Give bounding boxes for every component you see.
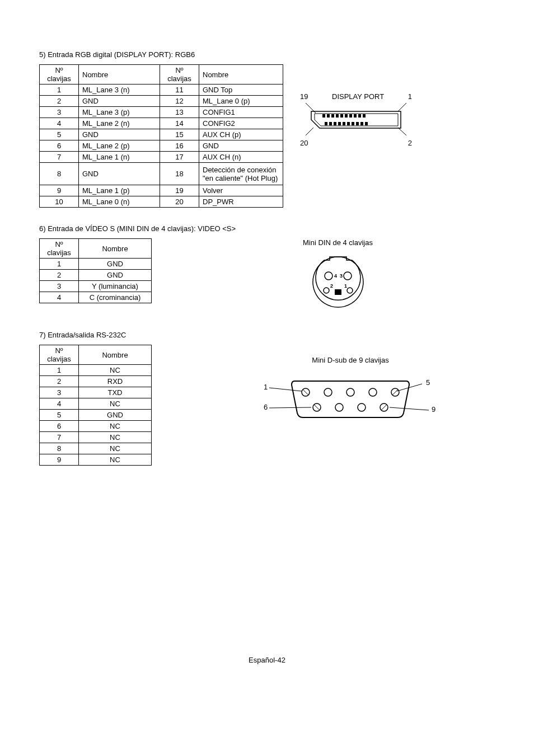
cell-pin: 5 bbox=[40, 129, 79, 140]
displayport-diagram: 19 DISPLAY PORT 1 20 2 bbox=[300, 92, 412, 147]
cell-name: NC bbox=[79, 398, 152, 410]
cell-name: GND bbox=[79, 410, 152, 421]
cell-pin: 4 bbox=[40, 118, 79, 129]
table-row: 9NC bbox=[40, 454, 152, 466]
svg-rect-13 bbox=[363, 114, 366, 118]
svg-line-52 bbox=[314, 405, 320, 410]
svg-text:9: 9 bbox=[432, 405, 435, 414]
table-row: 6ML_Lane 2 (p)16GND bbox=[40, 140, 283, 152]
dp-label-2: 2 bbox=[408, 139, 412, 147]
svg-point-43 bbox=[346, 388, 354, 396]
minidin-label: Mini DIN de 4 clavijas bbox=[303, 238, 373, 247]
cell-pin: 14 bbox=[160, 118, 199, 129]
table-row: 1ML_Lane 3 (n)11GND Top bbox=[40, 84, 283, 96]
cell-name: C (crominancia) bbox=[79, 292, 152, 303]
svg-text:4: 4 bbox=[334, 273, 337, 279]
th-name1: Nombre bbox=[79, 65, 160, 84]
cell-pin: 6 bbox=[40, 140, 79, 152]
th7-pin: Nº clavijas bbox=[40, 345, 79, 365]
minidin-diagram: Mini DIN de 4 clavijas 4 3 2 1 bbox=[303, 238, 373, 314]
dp-label-19: 19 bbox=[300, 92, 308, 101]
cell-name: NC bbox=[79, 432, 152, 443]
cell-name: ML_Lane 2 (n) bbox=[79, 118, 160, 129]
cell-pin: 18 bbox=[160, 163, 199, 185]
cell-pin: 4 bbox=[40, 398, 79, 410]
minidin-connector-icon: 4 3 2 1 bbox=[307, 252, 369, 314]
table-row: 4C (crominancia) bbox=[40, 292, 152, 303]
cell-name: ML_Lane 1 (n) bbox=[79, 152, 160, 163]
cell-pin: 2 bbox=[40, 376, 79, 387]
th6-pin: Nº clavijas bbox=[40, 239, 79, 259]
svg-point-26 bbox=[324, 288, 329, 293]
svg-text:1: 1 bbox=[344, 283, 347, 289]
svg-rect-7 bbox=[336, 114, 339, 118]
cell-name: ML_Lane 0 (n) bbox=[79, 196, 160, 208]
svg-rect-11 bbox=[354, 114, 357, 118]
svg-rect-18 bbox=[343, 122, 345, 125]
cell-name: Y (luminancia) bbox=[79, 281, 152, 292]
svg-text:5: 5 bbox=[426, 378, 430, 387]
svg-point-27 bbox=[347, 288, 353, 293]
th-pin1: Nº clavijas bbox=[40, 65, 79, 84]
table-row: 1NC bbox=[40, 365, 152, 376]
svg-rect-20 bbox=[352, 122, 354, 125]
cell-pin: 16 bbox=[160, 140, 199, 152]
cell-pin: 8 bbox=[40, 163, 79, 185]
cell-pin: 11 bbox=[160, 84, 199, 96]
svg-point-42 bbox=[324, 388, 332, 396]
table-row: 1GND bbox=[40, 259, 152, 270]
svg-line-1 bbox=[398, 103, 406, 111]
svg-line-37 bbox=[269, 388, 302, 391]
cell-name: NC bbox=[79, 454, 152, 466]
dsub-label: Mini D-sub de 9 clavijas bbox=[264, 356, 437, 364]
cell-pin: 4 bbox=[40, 292, 79, 303]
svg-rect-22 bbox=[360, 122, 363, 125]
svg-rect-14 bbox=[325, 122, 327, 125]
svg-rect-23 bbox=[365, 122, 368, 125]
cell-name: NC bbox=[79, 365, 152, 376]
svg-rect-8 bbox=[340, 114, 343, 118]
dp-label-1: 1 bbox=[408, 92, 412, 101]
cell-name: Volver bbox=[199, 185, 283, 196]
table-row: 4NC bbox=[40, 398, 152, 410]
th-name2: Nombre bbox=[199, 65, 283, 84]
svg-line-40 bbox=[390, 407, 429, 410]
table-row: 7ML_Lane 1 (n)17AUX CH (n) bbox=[40, 152, 283, 163]
cell-pin: 7 bbox=[40, 432, 79, 443]
cell-name: GND bbox=[199, 140, 283, 152]
cell-name: RXD bbox=[79, 376, 152, 387]
svg-rect-17 bbox=[338, 122, 341, 125]
svg-rect-5 bbox=[327, 114, 330, 118]
cell-name: ML_Lane 3 (n) bbox=[79, 84, 160, 96]
cell-pin: 3 bbox=[40, 281, 79, 292]
displayport-connector-icon bbox=[300, 103, 412, 137]
page-footer: Español-42 bbox=[39, 656, 495, 664]
cell-name: GND bbox=[79, 163, 160, 185]
table-row: 6NC bbox=[40, 421, 152, 432]
cell-pin: 10 bbox=[40, 196, 79, 208]
cell-name: ML_Lane 0 (p) bbox=[199, 96, 283, 107]
dp-label-title: DISPLAY PORT bbox=[332, 92, 384, 101]
cell-pin: 3 bbox=[40, 387, 79, 398]
cell-pin: 15 bbox=[160, 129, 199, 140]
cell-pin: 1 bbox=[40, 365, 79, 376]
table-row: 4ML_Lane 2 (n)14CONFIG2 bbox=[40, 118, 283, 129]
table-row: 8NC bbox=[40, 443, 152, 454]
cell-name: ML_Lane 3 (p) bbox=[79, 107, 160, 118]
table-row: 10ML_Lane 0 (n)20DP_PWR bbox=[40, 196, 283, 208]
cell-name: DP_PWR bbox=[199, 196, 283, 208]
table-row: 2GND bbox=[40, 270, 152, 281]
cell-pin: 1 bbox=[40, 84, 79, 96]
table-row: 8GND18Detección de conexión "en caliente… bbox=[40, 163, 283, 185]
svg-line-3 bbox=[398, 128, 406, 135]
svg-line-51 bbox=[392, 389, 398, 395]
section5-title: 5) Entrada RGB digital (DISPLAY PORT): R… bbox=[39, 50, 495, 59]
svg-point-24 bbox=[325, 272, 332, 280]
svg-text:3: 3 bbox=[340, 273, 343, 279]
cell-name: NC bbox=[79, 443, 152, 454]
svg-line-39 bbox=[269, 407, 311, 408]
svg-rect-12 bbox=[358, 114, 361, 118]
section7-title: 7) Entrada/salida RS-232C bbox=[39, 331, 495, 339]
cell-name: GND bbox=[79, 129, 160, 140]
cell-name: GND bbox=[79, 259, 152, 270]
